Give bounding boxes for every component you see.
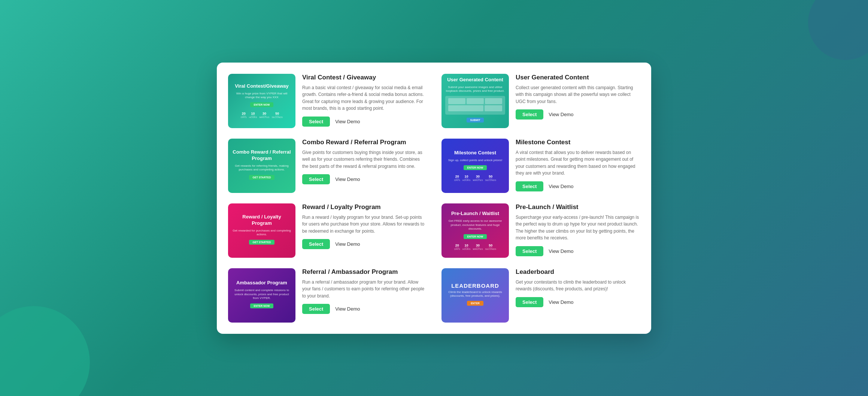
campaign-thumbnail-viral-contest: Viral Contest/Giveaway Win a huge prize … <box>228 74 295 128</box>
campaign-actions: Select View Demo <box>516 181 640 191</box>
campaign-description: Get your contestants to climb the leader… <box>516 279 640 293</box>
thumb-leaderboard-title: LEADERBOARD <box>451 282 499 289</box>
campaign-info-combo-reward: Combo Reward / Referral Program Give poi… <box>302 139 427 185</box>
campaign-title: Reward / Loyalty Program <box>302 203 427 211</box>
thumb-subtitle: Get FREE early access to our awesome pro… <box>445 219 505 231</box>
select-button[interactable]: Select <box>302 239 330 249</box>
campaign-info-viral-contest: Viral Contest / Giveaway Run a basic vir… <box>302 74 427 127</box>
thumb-action-button[interactable]: GET STARTED <box>249 240 275 245</box>
campaign-actions: Select View Demo <box>302 117 427 127</box>
thumb-action-button[interactable]: ENTER NOW <box>250 102 274 107</box>
campaign-item-ambassador: Ambassador Program Submit content and co… <box>228 268 427 323</box>
campaign-title: User Generated Content <box>516 74 640 81</box>
view-demo-button[interactable]: View Demo <box>335 119 360 124</box>
campaign-title: Pre-Launch / Waitlist <box>516 203 640 211</box>
campaign-info-milestone: Milestone Contest A viral contest that a… <box>516 139 640 191</box>
campaign-actions: Select View Demo <box>516 109 640 120</box>
campaign-thumbnail-reward-loyalty: Reward / Loyalty Program Get rewarded fo… <box>228 203 295 258</box>
select-button[interactable]: Select <box>302 304 330 314</box>
campaign-item-leaderboard: LEADERBOARD Climb the leaderboard to unl… <box>441 268 640 323</box>
campaign-info-leaderboard: Leaderboard Get your contestants to clim… <box>516 268 640 307</box>
campaign-title: Leaderboard <box>516 268 640 276</box>
countdown-display: 20 DAYS 10 HOURS 30 MINUTES 50 SECONDS <box>454 244 496 250</box>
campaign-description: Run a referral / ambassador program for … <box>302 279 427 300</box>
view-demo-button[interactable]: View Demo <box>549 184 573 189</box>
select-button[interactable]: Select <box>516 297 543 307</box>
thumb-subtitle: Get rewards for referring friends, makin… <box>232 164 292 172</box>
countdown-display: 20 DAYS 10 HOURS 30 MINUTES 50 SECONDS <box>241 112 283 118</box>
view-demo-button[interactable]: View Demo <box>549 112 573 117</box>
campaign-description: Run a reward / loyalty program for your … <box>302 214 427 235</box>
campaign-item-reward-loyalty: Reward / Loyalty Program Get rewarded fo… <box>228 203 427 258</box>
campaign-title: Milestone Contest <box>516 139 640 146</box>
thumb-subtitle: Climb the leaderboard to unlock rewards … <box>445 290 505 298</box>
campaign-actions: Select View Demo <box>516 297 640 307</box>
thumb-subtitle: Win a huge prize from VYPER that will ch… <box>232 92 292 100</box>
thumb-subtitle: Submit content and complete missions to … <box>232 288 292 300</box>
thumb-action-button[interactable]: ENTER NOW <box>464 165 487 170</box>
view-demo-button[interactable]: View Demo <box>549 248 573 254</box>
view-demo-button[interactable]: View Demo <box>335 176 360 182</box>
view-demo-button[interactable]: View Demo <box>335 241 360 247</box>
thumb-subtitle: Get rewarded for purchases and completin… <box>232 229 292 237</box>
campaign-thumbnail-ambassador: Ambassador Program Submit content and co… <box>228 268 295 323</box>
campaigns-grid: Viral Contest/Giveaway Win a huge prize … <box>228 74 640 323</box>
campaign-description: Supercharge your early-access / pre-laun… <box>516 214 640 242</box>
thumb-title: Viral Contest/Giveaway <box>235 83 289 90</box>
campaign-thumbnail-leaderboard: LEADERBOARD Climb the leaderboard to unl… <box>441 268 509 323</box>
campaign-actions: Select View Demo <box>302 239 427 249</box>
campaign-thumbnail-prelaunch: Pre-Launch / Waitlist Get FREE early acc… <box>441 203 509 258</box>
campaign-title: Referral / Ambassador Program <box>302 268 427 276</box>
thumb-action-button[interactable]: ENTER <box>467 301 483 306</box>
campaign-thumbnail-ugc: User Generated Content Submit your aweso… <box>441 74 509 128</box>
campaign-info-ugc: User Generated Content Collect user gene… <box>516 74 640 120</box>
campaign-item-ugc: User Generated Content Submit your aweso… <box>441 74 640 128</box>
select-button[interactable]: Select <box>516 181 543 191</box>
campaign-description: A viral contest that allows you to deliv… <box>516 149 640 177</box>
campaign-info-ambassador: Referral / Ambassador Program Run a refe… <box>302 268 427 314</box>
select-button[interactable]: Select <box>302 117 330 127</box>
thumb-subtitle: Sign up, collect points and unlock prize… <box>448 158 503 162</box>
thumb-title: Reward / Loyalty Program <box>232 214 292 227</box>
campaign-thumbnail-milestone: Milestone Contest Sign up, collect point… <box>441 139 509 193</box>
thumb-title: Ambassador Program <box>236 280 287 286</box>
campaign-thumbnail-combo-reward: Combo Reward / Referral Program Get rewa… <box>228 139 295 193</box>
campaign-info-prelaunch: Pre-Launch / Waitlist Supercharge your e… <box>516 203 640 256</box>
view-demo-button[interactable]: View Demo <box>335 306 360 312</box>
campaign-item-prelaunch: Pre-Launch / Waitlist Get FREE early acc… <box>441 203 640 258</box>
campaign-info-reward-loyalty: Reward / Loyalty Program Run a reward / … <box>302 203 427 250</box>
campaign-item-viral-contest: Viral Contest/Giveaway Win a huge prize … <box>228 74 427 128</box>
thumb-action-button[interactable]: ENTER NOW <box>250 303 274 308</box>
campaign-title: Combo Reward / Referral Program <box>302 139 427 146</box>
campaign-actions: Select View Demo <box>302 304 427 314</box>
campaign-description: Run a basic viral contest / giveaway for… <box>302 84 427 112</box>
thumb-title: Combo Reward / Referral Program <box>232 149 292 162</box>
campaign-description: Give points for customers buying things … <box>302 149 427 170</box>
thumb-action-button[interactable]: ENTER NOW <box>464 234 487 239</box>
countdown-display: 20 DAYS 10 HOURS 30 MINUTES 50 SECONDS <box>454 175 496 181</box>
campaign-item-milestone: Milestone Contest Sign up, collect point… <box>441 139 640 193</box>
select-button[interactable]: Select <box>516 109 543 120</box>
campaign-actions: Select View Demo <box>516 246 640 256</box>
thumb-title: Pre-Launch / Waitlist <box>451 211 499 217</box>
campaign-description: Collect user generated content with this… <box>516 84 640 105</box>
thumb-title: Milestone Contest <box>454 150 496 156</box>
select-button[interactable]: Select <box>302 174 330 184</box>
ugc-submit-area <box>445 96 505 115</box>
thumb-action-button[interactable]: GET STARTED <box>249 175 275 180</box>
campaign-item-combo-reward: Combo Reward / Referral Program Get rewa… <box>228 139 427 193</box>
select-button[interactable]: Select <box>516 246 543 256</box>
thumb-action-button[interactable]: SUBMIT <box>467 118 484 123</box>
campaign-actions: Select View Demo <box>302 174 427 184</box>
thumb-title: User Generated Content <box>447 77 503 83</box>
thumb-subtitle: Submit your awesome images and utilise l… <box>445 85 505 93</box>
view-demo-button[interactable]: View Demo <box>549 299 573 305</box>
campaign-title: Viral Contest / Giveaway <box>302 74 427 81</box>
campaign-selector-card: Viral Contest/Giveaway Win a huge prize … <box>217 63 651 334</box>
